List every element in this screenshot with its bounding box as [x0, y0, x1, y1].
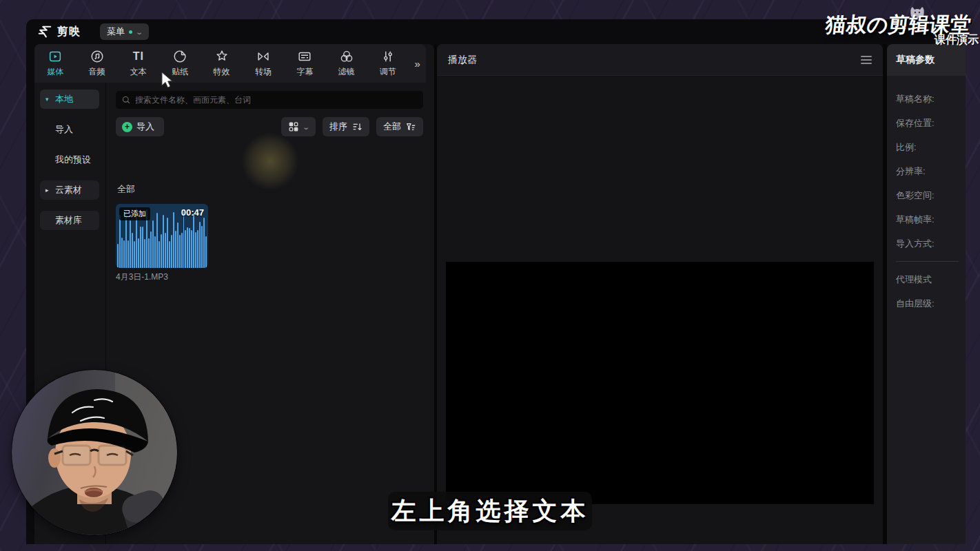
adjust-sliders-icon	[380, 49, 396, 64]
toolbar-tab-strip: 媒体 音频 TI 文本	[34, 44, 426, 83]
video-preview-canvas[interactable]	[446, 262, 874, 504]
sidebar-item-import[interactable]: 导入	[40, 120, 99, 139]
tab-effects[interactable]: 特效	[201, 44, 242, 83]
tab-sticker[interactable]: 贴纸	[159, 44, 201, 83]
field-aspect-ratio: 比例:	[896, 135, 966, 159]
media-controls-row: + 导入 ⌄	[116, 117, 423, 136]
effects-star-icon	[214, 49, 229, 64]
field-frame-rate: 草稿帧率:	[896, 207, 966, 231]
tab-label: 滤镜	[338, 66, 355, 78]
field-free-layering: 自由层级:	[896, 291, 966, 315]
collapse-arrow-icon: ▸	[45, 187, 51, 194]
view-mode-button[interactable]: ⌄	[281, 117, 316, 136]
player-menu-icon[interactable]	[861, 56, 872, 64]
field-resolution: 分辨率:	[896, 159, 966, 183]
tab-label: 文本	[130, 66, 147, 78]
sidebar-item-label: 导入	[55, 123, 73, 136]
chevron-down-icon: ⌄	[135, 28, 143, 36]
more-tabs-chevron[interactable]: »	[409, 58, 426, 70]
tab-label: 调节	[380, 66, 396, 78]
tab-label: 媒体	[47, 66, 63, 78]
sidebar-item-cloud-assets[interactable]: ▸ 云素材	[40, 180, 99, 200]
field-proxy-mode: 代理模式	[896, 267, 966, 291]
audio-clip-card[interactable]: 已添加 00:47	[116, 204, 208, 268]
sort-button[interactable]: 排序	[323, 117, 369, 136]
import-button[interactable]: + 导入	[116, 117, 164, 136]
sidebar-item-label: 素材库	[55, 214, 82, 227]
sidebar-item-label: 我的预设	[55, 154, 91, 166]
grid-view-icon	[288, 121, 299, 132]
field-save-location: 保存位置:	[896, 111, 966, 135]
jianying-logo-icon	[37, 25, 52, 39]
filter-button-label: 全部	[383, 121, 401, 133]
field-import-mode: 导入方式:	[896, 231, 966, 256]
player-title: 播放器	[448, 54, 477, 66]
plus-icon: +	[122, 122, 132, 132]
tab-text[interactable]: TI 文本	[118, 44, 159, 83]
draft-params-panel: 草稿参数 草稿名称: 保存位置: 比例: 分辨率: 色彩空间: 草稿帧率: 导入…	[887, 44, 966, 544]
draft-section-divider	[896, 261, 959, 262]
sidebar-item-label: 本地	[55, 93, 73, 105]
chevron-down-icon: ⌄	[302, 123, 310, 131]
added-badge: 已添加	[119, 207, 150, 220]
field-draft-name: 草稿名称:	[896, 87, 966, 111]
cursor-highlight	[241, 132, 299, 190]
tab-label: 贴纸	[172, 66, 188, 78]
search-input[interactable]	[135, 95, 418, 105]
sidebar-item-asset-library[interactable]: 素材库	[40, 211, 99, 230]
search-icon	[121, 95, 131, 105]
menu-button[interactable]: 菜单 ⌄	[100, 23, 149, 40]
tab-captions[interactable]: 字幕	[284, 44, 325, 83]
clip-duration: 00:47	[181, 207, 204, 218]
audio-icon	[90, 49, 105, 64]
draft-fields: 草稿名称: 保存位置: 比例: 分辨率: 色彩空间: 草稿帧率: 导入方式:	[887, 76, 966, 256]
app-name: 剪映	[57, 25, 81, 39]
screen: 剪映 菜单 ⌄ 媒体	[0, 0, 980, 551]
draft-params-title: 草稿参数	[887, 44, 966, 76]
sort-icon	[351, 121, 363, 132]
sort-button-label: 排序	[329, 121, 347, 133]
tab-filters[interactable]: 滤镜	[325, 44, 367, 83]
import-button-label: 导入	[136, 121, 154, 133]
sidebar-item-label: 云素材	[55, 184, 82, 196]
presenter-webcam	[12, 370, 177, 535]
tab-label: 特效	[214, 66, 230, 78]
caption-text: 左上角选择文本	[391, 495, 589, 528]
tab-media[interactable]: 媒体	[34, 44, 76, 83]
tab-audio[interactable]: 音频	[76, 44, 117, 83]
app-logo: 剪映	[37, 25, 81, 39]
tab-adjust[interactable]: 调节	[367, 44, 409, 83]
text-icon: TI	[133, 49, 144, 64]
filters-icon	[339, 49, 354, 64]
captions-icon	[297, 49, 312, 64]
tutorial-caption: 左上角选择文本	[388, 492, 592, 530]
tab-label: 音频	[89, 66, 105, 78]
field-color-space: 色彩空间:	[896, 183, 966, 207]
tab-label: 转场	[255, 66, 272, 78]
filter-funnel-icon	[405, 121, 416, 132]
search-box	[116, 91, 423, 109]
player-panel: 播放器	[437, 44, 883, 544]
tab-label: 字幕	[296, 66, 313, 78]
sidebar-item-my-presets[interactable]: 我的预设	[40, 150, 99, 169]
section-label-all: 全部	[117, 183, 135, 196]
menu-button-label: 菜单	[107, 25, 125, 38]
menu-status-dot	[129, 30, 132, 34]
player-header: 播放器	[437, 44, 883, 76]
clip-filename: 4月3日-1.MP3	[116, 271, 168, 283]
filter-button[interactable]: 全部	[376, 117, 423, 136]
cat-icon	[907, 3, 928, 19]
sticker-icon	[172, 49, 187, 64]
transition-icon	[256, 49, 271, 64]
expand-arrow-icon: ▾	[45, 96, 51, 103]
tab-transitions[interactable]: 转场	[243, 44, 284, 83]
app-header: 剪映 菜单 ⌄	[26, 19, 966, 44]
sidebar-item-local[interactable]: ▾ 本地	[40, 90, 99, 109]
media-icon	[48, 49, 63, 64]
presenter-illustration	[12, 370, 177, 535]
